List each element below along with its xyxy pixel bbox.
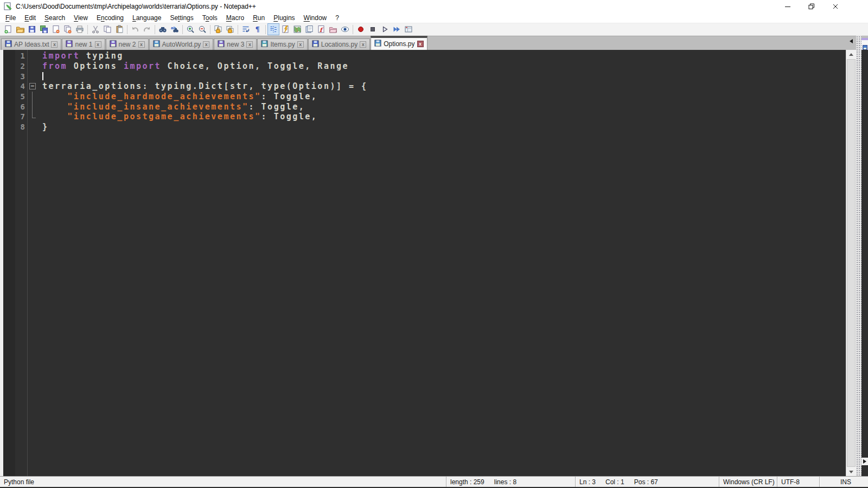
close-icon[interactable] (50, 23, 62, 35)
zoom-in-icon[interactable] (184, 23, 196, 35)
second-view-hscroll[interactable] (861, 458, 868, 465)
menu-item-settings[interactable]: Settings (165, 14, 197, 22)
status-length-section: length : 259 lines : 8 (446, 477, 575, 487)
code-line-5[interactable]: 5 "include_hardmode_achievements": Toggl… (3, 92, 846, 102)
print-icon[interactable] (74, 23, 86, 35)
file-monitoring-icon[interactable] (339, 23, 351, 35)
menu-item-search[interactable]: Search (40, 14, 69, 22)
toolbar-separator (265, 25, 266, 34)
tab-label: new 3 (227, 41, 244, 48)
toolbar-separator (238, 25, 238, 34)
tab-autoworld-py[interactable]: AutoWorld.pyx (149, 38, 214, 50)
find-icon[interactable] (157, 23, 169, 35)
menu-item-tools[interactable]: Tools (198, 14, 222, 22)
tab-items-py[interactable]: Items.pyx (257, 38, 307, 50)
minimize-button[interactable] (776, 0, 800, 13)
word-wrap-icon[interactable] (240, 23, 252, 35)
fold-margin-collapse[interactable]: − (27, 81, 39, 92)
length-label: length : 259 (450, 478, 484, 486)
view-splitter[interactable] (856, 36, 861, 476)
scroll-up-icon[interactable] (846, 50, 856, 59)
tab-close-icon[interactable]: x (417, 41, 424, 47)
scroll-right-icon[interactable] (863, 459, 866, 464)
code-token (42, 102, 67, 112)
tab-close-icon[interactable]: x (95, 41, 101, 48)
macro-save-icon[interactable] (403, 23, 414, 35)
tab-locations-py[interactable]: Locations.pyx (308, 38, 370, 50)
tab-new-2[interactable]: new 2x (106, 38, 149, 50)
code-editor[interactable]: 1import typing2from Options import Choic… (3, 50, 846, 476)
tab-close-icon[interactable]: x (51, 41, 58, 48)
menu-item-run[interactable]: Run (248, 14, 269, 22)
tab-ap-ideas-txt[interactable]: AP Ideas.txtx (1, 38, 61, 50)
code-line-7[interactable]: 7 "include_postgame_achievements": Toggl… (3, 112, 846, 122)
status-insert-mode[interactable]: INS (819, 477, 868, 487)
menu-item-window[interactable]: Window (299, 14, 331, 22)
menu-item-language[interactable]: Language (128, 14, 165, 22)
code-line-1[interactable]: 1import typing (3, 51, 846, 61)
tab-options-py[interactable]: Options.pyx (371, 36, 427, 50)
show-indent-guide-icon[interactable] (267, 23, 279, 35)
code-line-4[interactable]: 4−terraria_options: typing.Dict[str, typ… (3, 81, 846, 92)
open-file-icon[interactable] (14, 23, 26, 35)
code-token: } (42, 122, 49, 132)
tab-close-icon[interactable]: x (246, 41, 253, 48)
vertical-scrollbar[interactable] (846, 50, 856, 476)
tab-close-icon[interactable]: x (360, 41, 366, 48)
floppy-icon (863, 45, 867, 50)
restore-button[interactable] (800, 0, 824, 13)
close-button[interactable] (824, 0, 847, 13)
tab-close-icon[interactable]: x (297, 41, 304, 48)
menu-item-macro[interactable]: Macro (222, 14, 248, 22)
function-list-icon[interactable]: f (315, 23, 327, 35)
document-map-icon[interactable] (291, 23, 303, 35)
fold-collapse-icon[interactable]: − (29, 83, 36, 89)
copy-icon[interactable] (101, 23, 113, 35)
tab-close-icon[interactable]: x (138, 41, 145, 48)
undo-icon[interactable] (129, 23, 141, 35)
code-line-8[interactable]: 8} (3, 122, 846, 132)
macro-record-icon[interactable] (355, 23, 367, 35)
macro-playback-icon[interactable] (379, 23, 391, 35)
save-all-icon[interactable] (38, 23, 50, 35)
save-icon[interactable] (26, 23, 38, 35)
menu-item-encoding[interactable]: Encoding (92, 14, 128, 22)
code-line-2[interactable]: 2from Options import Choice, Option, Tog… (3, 61, 846, 72)
tab-close-icon[interactable]: x (203, 41, 209, 48)
redo-icon[interactable] (141, 23, 153, 35)
menu-item-help[interactable]: ? (331, 14, 343, 22)
tab-new-3[interactable]: new 3x (214, 38, 257, 50)
paste-icon[interactable] (113, 23, 125, 35)
scrollbar-thumb[interactable] (847, 59, 856, 467)
menu-item-view[interactable]: View (69, 14, 92, 22)
menu-item-plugins[interactable]: Plugins (269, 14, 299, 22)
close-all-icon[interactable] (62, 23, 74, 35)
status-doc-type: Python file (0, 477, 446, 487)
fold-margin (27, 122, 39, 132)
tab-label: AutoWorld.py (162, 41, 201, 48)
eol-label: Windows (CR LF) (723, 478, 775, 486)
folder-as-workspace-icon[interactable] (327, 23, 339, 35)
sync-vertical-scrolling-icon[interactable] (212, 23, 224, 35)
fold-margin (27, 71, 39, 81)
cut-icon[interactable] (90, 23, 101, 35)
menu-item-edit[interactable]: Edit (20, 14, 40, 22)
tab-new-1[interactable]: new 1x (62, 38, 105, 50)
sync-horizontal-scrolling-icon[interactable] (224, 23, 236, 35)
document-switcher-icon[interactable] (303, 23, 315, 35)
show-all-characters-icon[interactable]: ¶ (252, 23, 264, 35)
zoom-out-icon[interactable] (196, 23, 208, 35)
code-line-3[interactable]: 3 (3, 71, 846, 81)
scroll-down-icon[interactable] (846, 467, 856, 476)
tab-scroll-left-icon[interactable] (850, 39, 853, 43)
new-file-icon[interactable] (2, 23, 14, 35)
replace-icon[interactable]: ab (169, 23, 181, 35)
code-line-6[interactable]: 6 "include_insane_achievements": Toggle, (3, 101, 846, 112)
macro-run-multiple-icon[interactable] (391, 23, 403, 35)
svg-text:¶: ¶ (256, 25, 260, 34)
function-completion-icon[interactable] (279, 23, 291, 35)
toolbar-separator (182, 25, 183, 34)
menu-item-file[interactable]: File (1, 14, 20, 22)
second-view-active-tab[interactable] (861, 38, 868, 50)
macro-stop-icon[interactable] (367, 23, 379, 35)
